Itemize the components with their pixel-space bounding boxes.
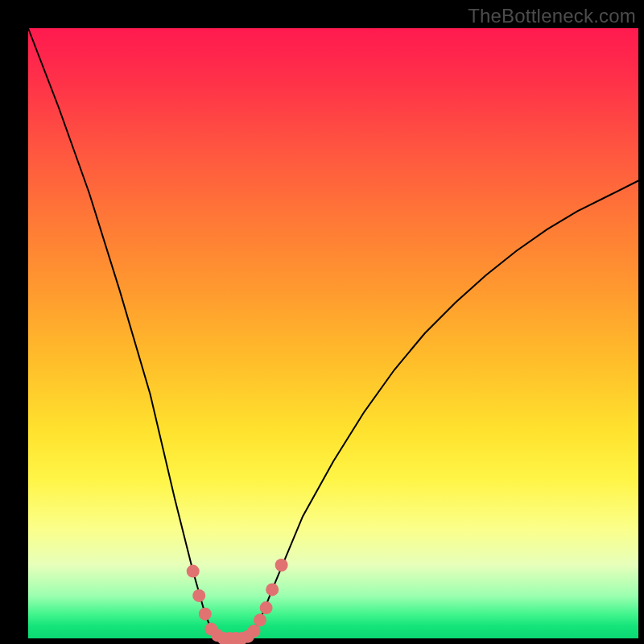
curve-marker [254,613,266,626]
curve-marker [260,601,273,614]
chart-frame: TheBottleneck.com [0,0,644,644]
curve-marker [187,565,200,578]
plot-area [28,28,638,638]
curve-marker [266,583,279,596]
watermark-text: TheBottleneck.com [468,5,636,27]
curve-marker [199,608,212,621]
curve-marker [192,589,205,602]
plot-svg [28,28,638,638]
curve-markers [187,559,288,644]
curve-marker [275,559,288,572]
bottleneck-curve [28,28,638,638]
curve-marker [248,625,261,638]
